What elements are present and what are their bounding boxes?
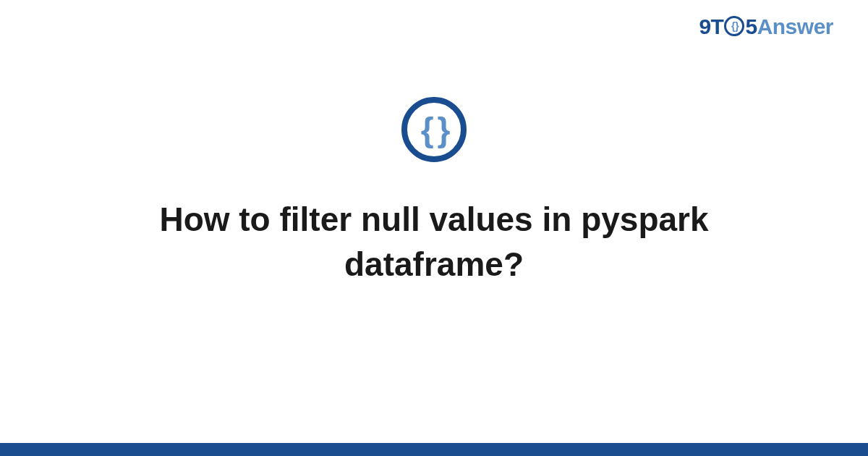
footer-bar [0, 443, 868, 456]
page-title: How to filter null values in pyspark dat… [72, 197, 796, 287]
logo-circle-icon: { } [401, 97, 467, 162]
main-content: { } How to filter null values in pyspark… [0, 0, 868, 456]
logo-braces-icon: { } [421, 113, 448, 146]
